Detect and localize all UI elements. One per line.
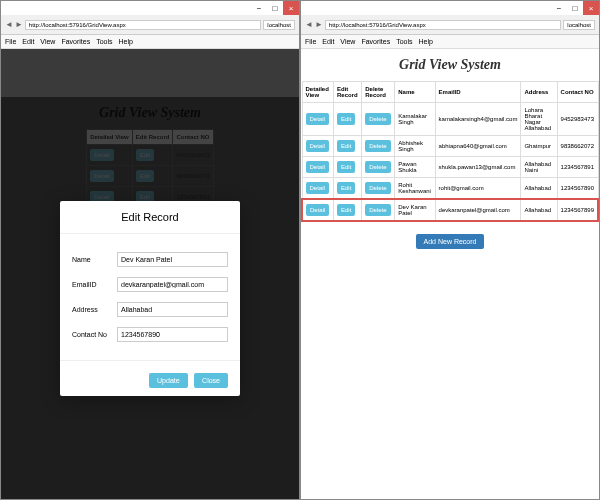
delete-button[interactable]: Delete [365,182,390,194]
table-row: Detail Edit Delete Pawan Shukla shukla.p… [302,157,598,178]
titlebar: − □ × [1,1,299,15]
cell-email: rohit@gmail.com [435,178,521,200]
detail-button[interactable]: Detail [306,204,329,216]
close-button[interactable]: × [583,1,599,15]
delete-button[interactable]: Delete [365,204,390,216]
browser-tab[interactable]: localhost [563,20,595,30]
table-header-row: Detailed View Edit Record Delete Record … [302,82,598,103]
nav-forward-icon[interactable]: ► [315,20,323,29]
edit-button[interactable]: Edit [337,182,355,194]
cell-address: Allahabad [521,199,557,221]
detail-button[interactable]: Detail [306,113,329,125]
cell-contact: 9838662072 [557,136,598,157]
detail-button[interactable]: Detail [306,182,329,194]
minimize-button[interactable]: − [251,1,267,15]
cell-contact: 9452983473 [557,103,598,136]
menu-help[interactable]: Help [119,38,133,45]
menu-edit[interactable]: Edit [322,38,334,45]
modal-overlay[interactable]: Edit Record Name EmailID Address [1,97,299,499]
cell-email: abhiapna640@gmail.com [435,136,521,157]
page-content: Grid View System Detailed View Edit Reco… [1,49,299,499]
browser-window-right: − □ × ◄ ► http://localhost:57916/GridVie… [300,0,600,500]
minimize-button[interactable]: − [551,1,567,15]
maximize-button[interactable]: □ [567,1,583,15]
address-input[interactable] [117,302,228,317]
cell-name: Pawan Shukla [395,157,435,178]
address-label: Address [72,306,117,313]
detail-button[interactable]: Detail [306,161,329,173]
delete-button[interactable]: Delete [365,140,390,152]
menu-file[interactable]: File [305,38,316,45]
name-input[interactable] [117,252,228,267]
cell-address: Ghatmpur [521,136,557,157]
maximize-button[interactable]: □ [267,1,283,15]
url-field[interactable]: http://localhost:57916/GridView.aspx [25,20,261,30]
contact-label: Contact No [72,331,117,338]
cell-address: Allahabad [521,178,557,200]
col-address: Address [521,82,557,103]
cell-contact: 1234567891 [557,157,598,178]
edit-button[interactable]: Edit [337,113,355,125]
page-content: Grid View System Detailed View Edit Reco… [301,49,599,499]
nav-forward-icon[interactable]: ► [15,20,23,29]
col-detail: Detailed View [302,82,333,103]
email-label: EmailID [72,281,117,288]
table-row: Detail Edit Delete Kamalakar Singh kamal… [302,103,598,136]
name-label: Name [72,256,117,263]
detail-button[interactable]: Detail [306,140,329,152]
url-field[interactable]: http://localhost:57916/GridView.aspx [325,20,561,30]
edit-modal: Edit Record Name EmailID Address [60,201,240,396]
edit-button[interactable]: Edit [337,161,355,173]
close-button[interactable]: × [283,1,299,15]
cell-email: kamalakarsingh4@gmail.com [435,103,521,136]
cell-email: shukla.pawan13@gmail.com [435,157,521,178]
delete-button[interactable]: Delete [365,161,390,173]
menu-edit[interactable]: Edit [22,38,34,45]
cell-name: Dev Karan Patel [395,199,435,221]
menu-bar: File Edit View Favorites Tools Help [1,35,299,49]
edit-button[interactable]: Edit [337,140,355,152]
email-input[interactable] [117,277,228,292]
cell-address: Lohara Bharat Nagar Allahabad [521,103,557,136]
table-row: Detail Edit Delete Rohit Keshanwani rohi… [302,178,598,200]
col-name: Name [395,82,435,103]
cell-name: Kamalakar Singh [395,103,435,136]
menu-view[interactable]: View [340,38,355,45]
table-row: Detail Edit Delete Abhishek Singh abhiap… [302,136,598,157]
menu-file[interactable]: File [5,38,16,45]
menu-view[interactable]: View [40,38,55,45]
data-grid: Detailed View Edit Record Delete Record … [301,81,599,222]
col-email: EmailID [435,82,521,103]
nav-back-icon[interactable]: ◄ [5,20,13,29]
menu-help[interactable]: Help [419,38,433,45]
cell-address: Allahabad Naini [521,157,557,178]
menu-bar: File Edit View Favorites Tools Help [301,35,599,49]
menu-tools[interactable]: Tools [396,38,412,45]
cell-contact: 1234567890 [557,178,598,200]
table-row-highlighted: Detail Edit Delete Dev Karan Patel devka… [302,199,598,221]
cell-email: devkaranpatel@gmail.com [435,199,521,221]
cell-contact: 1234567899 [557,199,598,221]
menu-tools[interactable]: Tools [96,38,112,45]
update-button[interactable]: Update [149,373,188,388]
delete-button[interactable]: Delete [365,113,390,125]
col-delete: Delete Record [362,82,395,103]
address-bar: ◄ ► http://localhost:57916/GridView.aspx… [1,15,299,35]
page-title: Grid View System [301,49,599,81]
browser-tab[interactable]: localhost [263,20,295,30]
col-edit: Edit Record [333,82,361,103]
titlebar: − □ × [301,1,599,15]
add-new-record-button[interactable]: Add New Record [416,234,485,249]
col-contact: Contact NO [557,82,598,103]
cell-name: Abhishek Singh [395,136,435,157]
close-modal-button[interactable]: Close [194,373,228,388]
menu-favorites[interactable]: Favorites [361,38,390,45]
contact-input[interactable] [117,327,228,342]
address-bar: ◄ ► http://localhost:57916/GridView.aspx… [301,15,599,35]
modal-title: Edit Record [60,201,240,234]
menu-favorites[interactable]: Favorites [61,38,90,45]
browser-window-left: − □ × ◄ ► http://localhost:57916/GridVie… [0,0,300,500]
edit-button[interactable]: Edit [337,204,355,216]
nav-back-icon[interactable]: ◄ [305,20,313,29]
cell-name: Rohit Keshanwani [395,178,435,200]
